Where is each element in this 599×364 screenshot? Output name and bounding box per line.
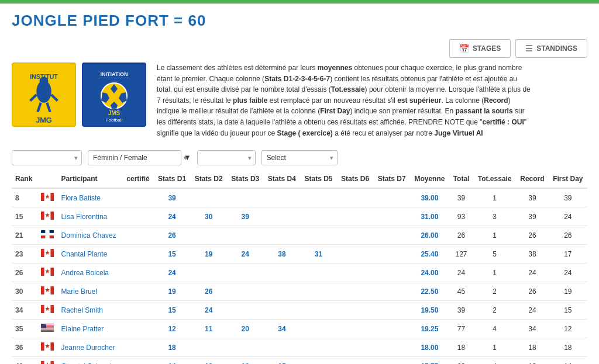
cell-d5 bbox=[300, 188, 337, 207]
cell-d4 bbox=[264, 338, 301, 357]
participant-link[interactable]: Dominica Chavez bbox=[61, 231, 116, 240]
category-select[interactable]: Select bbox=[261, 150, 338, 165]
cell-d4 bbox=[264, 188, 301, 207]
cell-tot: 5 bbox=[473, 245, 516, 264]
cell-d7 bbox=[373, 320, 410, 338]
cell-moyenne: 31.00 bbox=[410, 207, 449, 226]
cell-d1: 24 bbox=[154, 207, 191, 226]
col-d5: Stats D5 bbox=[300, 170, 337, 188]
cell-d4 bbox=[264, 226, 301, 245]
cell-tot: 2 bbox=[473, 282, 516, 301]
cell-d4 bbox=[264, 264, 301, 282]
jmg-logo-blue: INITIATION JMS Football bbox=[82, 63, 146, 127]
results-table: Rank Participant certifié Stats D1 Stats… bbox=[12, 170, 587, 364]
standings-button[interactable]: ☰ STANDINGS bbox=[515, 39, 587, 58]
participant-link[interactable]: Jeanne Durocher bbox=[61, 344, 115, 352]
cell-record: 26 bbox=[516, 226, 549, 245]
cell-d1: 19 bbox=[154, 282, 191, 301]
cell-moyenne: 22.50 bbox=[410, 282, 449, 301]
cell-d7 bbox=[373, 188, 410, 207]
participant-link[interactable]: Marie Bruel bbox=[61, 287, 97, 296]
cell-certifie bbox=[122, 188, 154, 207]
cell-d3 bbox=[227, 264, 264, 282]
participant-link[interactable]: Elaine Pratter bbox=[61, 325, 104, 333]
cell-d3 bbox=[227, 188, 264, 207]
participant-link[interactable]: Chantal Plante bbox=[61, 250, 108, 258]
cell-d5 bbox=[300, 338, 337, 357]
cell-tot: 4 bbox=[473, 320, 516, 338]
cell-d2: 24 bbox=[190, 301, 227, 320]
search-input[interactable] bbox=[12, 150, 82, 165]
svg-rect-44 bbox=[41, 324, 46, 328]
svg-rect-24 bbox=[45, 230, 49, 238]
cell-total: 18 bbox=[449, 338, 473, 357]
cell-certifie bbox=[122, 301, 154, 320]
cell-d7 bbox=[373, 301, 410, 320]
stages-button[interactable]: 📅 STAGES bbox=[449, 39, 511, 58]
svg-point-3 bbox=[40, 77, 49, 85]
cell-total: 39 bbox=[449, 301, 473, 320]
cell-certifie bbox=[122, 207, 154, 226]
cell-d3: 16 bbox=[227, 357, 264, 364]
cell-d1: 15 bbox=[154, 301, 191, 320]
cell-rank: 23 bbox=[12, 245, 37, 264]
participant-link[interactable]: Lisa Florentina bbox=[61, 213, 108, 221]
category-select-wrap[interactable]: Select bbox=[261, 150, 338, 165]
cell-record: 18 bbox=[516, 357, 549, 364]
standings-label: STANDINGS bbox=[536, 44, 577, 53]
col-flag bbox=[37, 170, 57, 188]
cell-total: 45 bbox=[449, 282, 473, 301]
cell-participant: Dominica Chavez bbox=[58, 226, 123, 245]
cell-rank: 40 bbox=[12, 357, 37, 364]
col-record: Record bbox=[516, 170, 549, 188]
cell-d2 bbox=[190, 226, 227, 245]
cell-moyenne: 19.25 bbox=[410, 320, 449, 338]
cell-flag bbox=[37, 226, 57, 245]
participant-link[interactable]: Flora Batiste bbox=[61, 194, 101, 202]
cell-total: 93 bbox=[449, 207, 473, 226]
cell-certifie bbox=[122, 282, 154, 301]
cell-d5 bbox=[300, 357, 337, 364]
cell-d2: 26 bbox=[190, 282, 227, 301]
cell-total: 63 bbox=[449, 357, 473, 364]
cell-d3 bbox=[227, 301, 264, 320]
cell-d5 bbox=[300, 264, 337, 282]
stage-input-wrap bbox=[197, 150, 256, 165]
cell-d6 bbox=[337, 301, 374, 320]
stage-input[interactable] bbox=[197, 150, 256, 165]
cell-d2: 19 bbox=[190, 245, 227, 264]
cell-moyenne: 24.00 bbox=[410, 264, 449, 282]
cell-participant: Chantal Sabourin bbox=[58, 357, 123, 364]
cell-flag bbox=[37, 357, 57, 364]
participant-link[interactable]: Chantal Sabourin bbox=[61, 362, 116, 364]
cell-d3 bbox=[227, 226, 264, 245]
svg-text:INITIATION: INITIATION bbox=[101, 71, 128, 77]
col-participant: Participant bbox=[58, 170, 123, 188]
cell-record: 38 bbox=[516, 245, 549, 264]
cell-d3: 39 bbox=[227, 207, 264, 226]
table-row: 15Lisa Florentina24303931.009333924 bbox=[12, 207, 587, 226]
cell-flag bbox=[37, 207, 57, 226]
participant-link[interactable]: Rachel Smith bbox=[61, 306, 103, 314]
table-row: 34Rachel Smith152419.503922415 bbox=[12, 301, 587, 320]
cell-d5: 31 bbox=[300, 245, 337, 264]
cell-certifie bbox=[122, 245, 154, 264]
col-total: Total bbox=[449, 170, 473, 188]
cell-first: 26 bbox=[549, 226, 587, 245]
cell-flag bbox=[37, 301, 57, 320]
cell-d2: 30 bbox=[190, 207, 227, 226]
cell-d1: 26 bbox=[154, 226, 191, 245]
participant-link[interactable]: Andrea Bolcela bbox=[61, 269, 109, 277]
cell-d4: 38 bbox=[264, 245, 301, 264]
gender-select-wrap[interactable]: Féminin / Female Masculin / Male ▼ bbox=[88, 150, 191, 165]
cell-flag bbox=[37, 338, 57, 357]
gender-select[interactable]: Féminin / Female Masculin / Male bbox=[88, 150, 181, 165]
cell-participant: Marie Bruel bbox=[58, 282, 123, 301]
page-title: JONGLE PIED FORT = 60 bbox=[12, 12, 587, 30]
cell-d1: 15 bbox=[154, 245, 191, 264]
cell-total: 77 bbox=[449, 320, 473, 338]
cell-moyenne: 39.00 bbox=[410, 188, 449, 207]
col-d1: Stats D1 bbox=[154, 170, 191, 188]
col-d6: Stats D6 bbox=[337, 170, 374, 188]
search-wrap bbox=[12, 150, 82, 165]
